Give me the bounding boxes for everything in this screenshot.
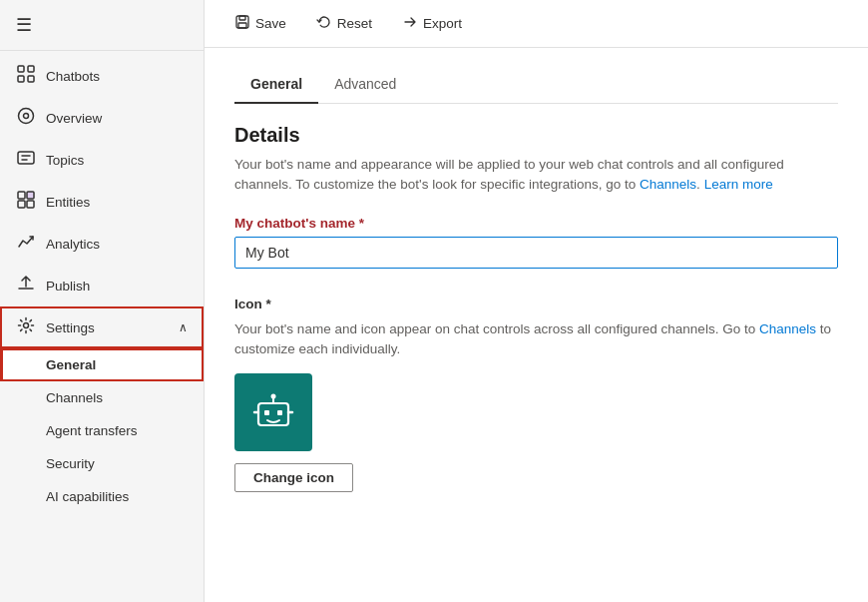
save-label: Save xyxy=(255,16,286,31)
sidebar-item-entities-label: Entities xyxy=(46,195,90,210)
chatbots-icon xyxy=(16,65,36,87)
sidebar: ☰ Chatbots Overview Topics xyxy=(0,0,205,602)
settings-child-agent-transfers[interactable]: Agent transfers xyxy=(0,414,204,447)
icon-desc-text1: Your bot's name and icon appear on chat … xyxy=(234,321,759,336)
change-icon-button[interactable]: Change icon xyxy=(234,463,353,492)
svg-rect-0 xyxy=(18,66,24,72)
name-required-marker: * xyxy=(359,216,364,231)
settings-children: General Channels Agent transfers Securit… xyxy=(0,348,204,513)
svg-rect-14 xyxy=(238,23,246,28)
svg-rect-2 xyxy=(18,76,24,82)
sidebar-item-analytics[interactable]: Analytics xyxy=(0,223,204,265)
icon-section-description: Your bot's name and icon appear on chat … xyxy=(234,319,838,360)
sidebar-item-chatbots[interactable]: Chatbots xyxy=(0,55,204,97)
tab-advanced-label: Advanced xyxy=(334,76,396,92)
svg-point-5 xyxy=(24,114,29,119)
details-description: Your bot's name and appearance will be a… xyxy=(234,155,838,196)
reset-label: Reset xyxy=(337,16,372,31)
icon-required-marker: * xyxy=(266,297,271,311)
export-icon xyxy=(402,14,418,33)
svg-rect-10 xyxy=(27,201,34,208)
save-icon xyxy=(234,14,250,33)
details-title: Details xyxy=(234,124,838,147)
settings-child-security[interactable]: Security xyxy=(0,447,204,480)
export-label: Export xyxy=(423,16,462,31)
settings-child-ai-label: AI capabilities xyxy=(46,489,129,504)
sidebar-item-publish-label: Publish xyxy=(46,279,90,294)
settings-icon xyxy=(16,316,36,338)
main-content: Save Reset Export General Advanced xyxy=(205,0,868,602)
sidebar-item-chatbots-label: Chatbots xyxy=(46,69,100,84)
svg-point-4 xyxy=(19,109,34,124)
channels-link-2[interactable]: Channels xyxy=(759,321,816,336)
sidebar-item-analytics-label: Analytics xyxy=(46,237,100,252)
channels-link-1[interactable]: Channels xyxy=(640,177,696,192)
svg-rect-1 xyxy=(28,66,34,72)
svg-rect-16 xyxy=(264,410,269,415)
svg-rect-6 xyxy=(18,152,34,164)
settings-child-channels-label: Channels xyxy=(46,390,103,405)
publish-icon xyxy=(16,275,36,297)
svg-rect-13 xyxy=(239,16,245,20)
reset-icon xyxy=(316,14,332,33)
sidebar-item-settings-label: Settings xyxy=(46,320,95,335)
svg-rect-17 xyxy=(277,410,282,415)
svg-point-19 xyxy=(271,394,276,399)
entities-icon xyxy=(16,191,36,213)
icon-section: Icon * Your bot's name and icon appear o… xyxy=(234,297,838,493)
sidebar-header: ☰ xyxy=(0,0,204,51)
sidebar-item-topics-label: Topics xyxy=(46,153,84,168)
tabs: General Advanced xyxy=(234,68,838,104)
content-area: General Advanced Details Your bot's name… xyxy=(205,48,868,602)
bot-icon-box xyxy=(234,373,312,451)
hamburger-icon[interactable]: ☰ xyxy=(16,14,32,36)
tab-general-label: General xyxy=(250,76,302,92)
change-icon-label: Change icon xyxy=(253,470,334,485)
settings-child-general[interactable]: General xyxy=(0,348,204,381)
chatbot-name-input[interactable] xyxy=(234,237,838,269)
analytics-icon xyxy=(16,233,36,255)
sidebar-item-publish[interactable]: Publish xyxy=(0,265,204,306)
export-button[interactable]: Export xyxy=(396,10,468,37)
settings-child-channels[interactable]: Channels xyxy=(0,381,204,414)
sidebar-item-overview[interactable]: Overview xyxy=(0,97,204,139)
overview-icon xyxy=(16,107,36,129)
save-button[interactable]: Save xyxy=(228,10,292,37)
sidebar-item-entities[interactable]: Entities xyxy=(0,181,204,223)
sidebar-nav: Chatbots Overview Topics Entities Analyt xyxy=(0,51,204,602)
icon-section-title: Icon * xyxy=(234,297,838,311)
tab-advanced[interactable]: Advanced xyxy=(318,68,412,104)
bot-icon-svg xyxy=(250,389,296,435)
svg-rect-7 xyxy=(18,192,25,199)
name-label-text: My chatbot's name xyxy=(234,216,355,231)
tab-general[interactable]: General xyxy=(234,68,318,104)
icon-title-text: Icon xyxy=(234,297,262,311)
settings-group: Settings ∧ General Channels Agent transf… xyxy=(0,306,204,513)
settings-child-ai-capabilities[interactable]: AI capabilities xyxy=(0,480,204,513)
topics-icon xyxy=(16,149,36,171)
details-desc-text2: . xyxy=(696,177,704,192)
settings-child-general-label: General xyxy=(46,357,96,372)
learn-more-link[interactable]: Learn more xyxy=(704,177,773,192)
svg-point-11 xyxy=(24,323,29,328)
svg-rect-8 xyxy=(27,192,34,199)
name-field-label: My chatbot's name * xyxy=(234,216,838,231)
toolbar: Save Reset Export xyxy=(205,0,868,48)
settings-child-agent-transfers-label: Agent transfers xyxy=(46,423,138,438)
settings-child-security-label: Security xyxy=(46,456,95,471)
svg-rect-9 xyxy=(18,201,25,208)
settings-chevron-icon: ∧ xyxy=(179,320,188,334)
sidebar-item-settings[interactable]: Settings ∧ xyxy=(0,306,204,348)
svg-rect-3 xyxy=(28,76,34,82)
reset-button[interactable]: Reset xyxy=(310,10,378,37)
sidebar-item-overview-label: Overview xyxy=(46,111,102,126)
details-section: Details Your bot's name and appearance w… xyxy=(234,124,838,269)
sidebar-item-topics[interactable]: Topics xyxy=(0,139,204,181)
